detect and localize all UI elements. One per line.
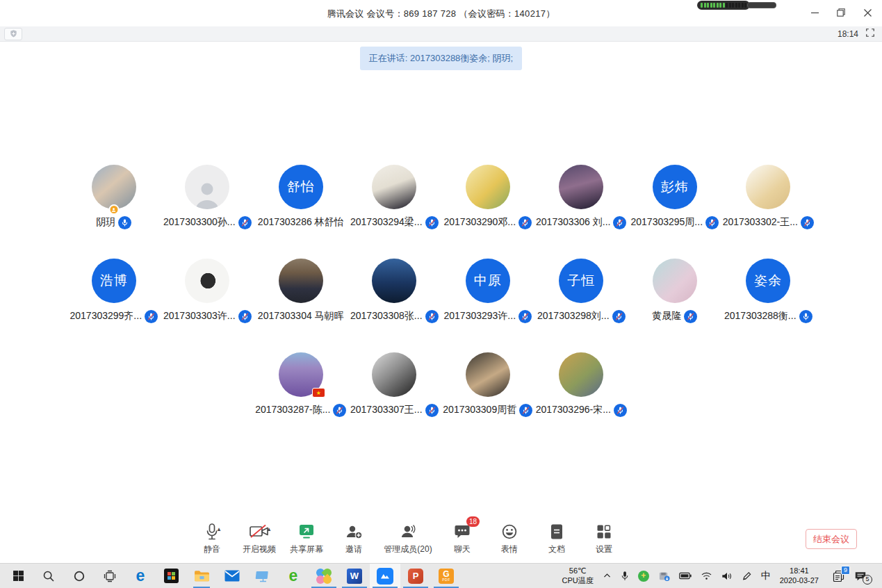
participant-tile[interactable]: 2017303300孙...	[161, 165, 254, 229]
participant-tile[interactable]: 2017303302-王...	[721, 165, 815, 229]
avatar: 姿余	[746, 259, 790, 303]
participant-tile[interactable]: 2017303307王...	[348, 352, 441, 417]
start-video-label: 开启视频	[243, 544, 276, 555]
powerpoint-icon[interactable]: P	[400, 564, 431, 588]
volume-level-bar	[697, 1, 750, 10]
share-screen-label: 共享屏幕	[290, 544, 323, 555]
store-icon[interactable]	[156, 564, 186, 588]
invite-label: 邀请	[345, 544, 362, 555]
tray-volume-icon[interactable]	[721, 571, 733, 581]
tray-expand-chevron[interactable]	[603, 571, 612, 580]
participant-name: 2017303307王...	[350, 404, 423, 416]
action-center-icon[interactable]: 5	[854, 571, 867, 582]
window-controls	[804, 4, 878, 21]
edge-icon[interactable]: e	[125, 564, 156, 588]
close-button[interactable]	[857, 4, 878, 21]
pdf-app-icon[interactable]: GPDF	[431, 564, 462, 588]
participant-name: 2017303286 林舒怡	[258, 216, 344, 229]
participant-name: 2017303296-宋...	[536, 404, 611, 416]
notes-badge: 9	[841, 566, 850, 575]
cortana-button[interactable]	[64, 564, 95, 588]
participant-tile[interactable]: 2017303308张...	[348, 259, 441, 323]
camera-off-icon: ▲	[249, 522, 270, 541]
participant-tile[interactable]: 姿余 2017303288衡...	[721, 259, 815, 323]
windows-taskbar: e e W P GPDF	[0, 563, 882, 588]
participant-row-1: 阴玥 2017303300孙... 舒怡 2017303286 林舒怡 2017…	[0, 165, 882, 229]
mic-muted-icon	[425, 310, 439, 323]
browser-green-e-icon[interactable]: e	[278, 564, 309, 588]
clover-app-icon[interactable]	[309, 564, 339, 588]
mic-muted-icon	[518, 216, 532, 229]
cpu-temp-widget[interactable]: 56℃CPU温度	[562, 566, 593, 586]
participant-tile[interactable]: 中原 2017303293许...	[441, 259, 535, 323]
participant-tile[interactable]: ★ 2017303287-陈...	[254, 352, 348, 417]
participant-tile[interactable]: 2017303290邓...	[441, 165, 535, 229]
task-view-button[interactable]	[95, 564, 125, 588]
ime-indicator[interactable]: 中	[761, 570, 771, 582]
microphone-icon: ▲	[204, 522, 220, 541]
mute-button[interactable]: ▲ 静音	[192, 522, 232, 555]
participant-tile[interactable]: 子恒 2017303298刘...	[534, 259, 628, 323]
remote-display-icon[interactable]	[247, 564, 278, 588]
avatar	[653, 259, 697, 303]
participant-tile[interactable]: 2017303303许...	[161, 259, 254, 323]
taskbar-clock[interactable]: 18:412020-03-27	[780, 566, 819, 586]
tray-update-icon[interactable]	[658, 571, 670, 582]
start-video-button[interactable]: ▲ 开启视频	[239, 522, 279, 555]
docs-button[interactable]: 文档	[537, 522, 577, 555]
volume-slider-handle	[747, 2, 776, 8]
mic-muted-icon	[705, 216, 719, 229]
participant-tile[interactable]: 2017303306 刘...	[534, 165, 628, 229]
settings-button[interactable]: 设置	[584, 522, 624, 555]
fullscreen-icon[interactable]	[865, 28, 875, 40]
participant-tile[interactable]: 2017303309周哲	[441, 352, 535, 417]
members-icon	[399, 522, 417, 541]
search-button[interactable]	[33, 564, 64, 588]
video-options-caret[interactable]: ▲	[266, 526, 272, 532]
avatar	[185, 165, 229, 209]
file-explorer-icon[interactable]	[186, 564, 217, 588]
avatar	[746, 165, 790, 209]
avatar-initials: 浩博	[100, 272, 128, 290]
end-meeting-button[interactable]: 结束会议	[806, 529, 857, 549]
notification-notes-icon[interactable]: 9	[832, 570, 845, 582]
tray-microphone-icon[interactable]	[621, 571, 629, 582]
participant-tile[interactable]: 彭炜 2017303295周...	[628, 165, 722, 229]
participant-tile[interactable]: 黄晟隆	[628, 259, 722, 323]
tray-pen-icon[interactable]	[742, 571, 752, 581]
tray-antivirus-icon[interactable]: +	[638, 571, 649, 582]
minimize-button[interactable]	[804, 4, 825, 21]
maximize-button[interactable]	[831, 4, 851, 21]
avatar	[185, 259, 229, 303]
start-button[interactable]	[3, 564, 33, 588]
word-icon[interactable]: W	[339, 564, 370, 588]
manage-members-button[interactable]: 管理成员(20)	[381, 522, 435, 555]
participant-name: 2017303303许...	[163, 310, 236, 322]
emoji-button[interactable]: 表情	[489, 522, 530, 555]
tray-wifi-icon[interactable]	[701, 571, 712, 580]
avatar: 彭炜	[653, 165, 697, 209]
participant-tile[interactable]: 2017303294梁...	[348, 165, 441, 229]
tencent-meeting-taskbar-icon[interactable]	[370, 564, 400, 588]
participant-name: 2017303306 刘...	[536, 216, 610, 229]
participant-tile[interactable]: 2017303296-宋...	[534, 352, 628, 417]
mail-icon[interactable]	[217, 564, 247, 588]
security-shield-icon[interactable]	[4, 28, 22, 40]
emoji-label: 表情	[501, 544, 518, 555]
participant-tile[interactable]: 舒怡 2017303286 林舒怡	[254, 165, 348, 229]
avatar: 子恒	[559, 259, 603, 303]
tray-battery-icon[interactable]	[679, 572, 692, 580]
mic-muted-icon	[333, 404, 346, 417]
invite-button[interactable]: 邀请	[334, 522, 374, 555]
mute-options-caret[interactable]: ▲	[216, 526, 222, 532]
avatar-initials: 彭炜	[661, 178, 689, 196]
avatar	[372, 352, 416, 397]
volume-meter-overlay	[697, 1, 776, 10]
mic-muted-icon	[801, 216, 814, 229]
participant-tile[interactable]: 阴玥	[67, 165, 161, 229]
participant-tile[interactable]: 2017303304 马朝晖	[254, 259, 348, 323]
participant-tile[interactable]: 浩博 2017303299齐...	[67, 259, 161, 323]
mute-label: 静音	[204, 544, 220, 555]
chat-button[interactable]: 18 聊天	[442, 522, 482, 555]
share-screen-button[interactable]: 共享屏幕	[286, 522, 327, 555]
